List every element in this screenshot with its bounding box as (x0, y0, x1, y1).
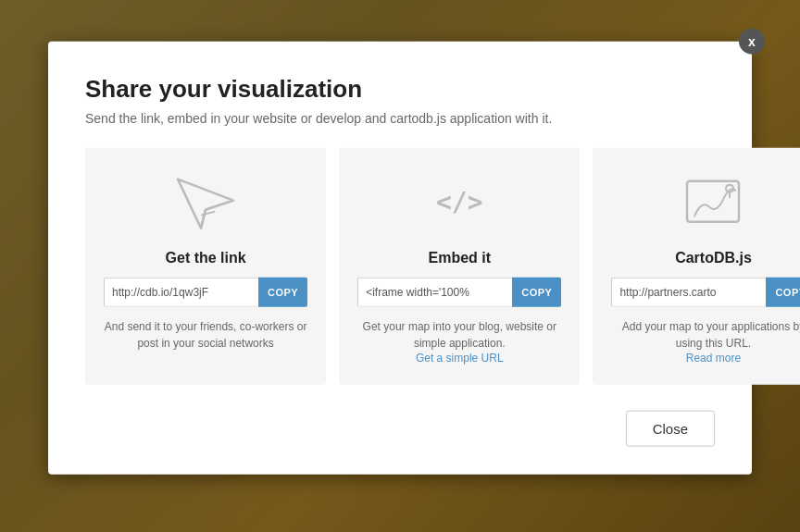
modal-footer: Close (85, 410, 715, 446)
cartodb-description: Add your map to your applications by usi… (611, 317, 800, 351)
modal-subtitle: Send the link, embed in your website or … (85, 110, 715, 125)
paper-plane-icon (169, 169, 243, 234)
modal-title: Share your visualization (85, 74, 715, 103)
modal-x-close-button[interactable]: x (739, 28, 765, 54)
get-link-copy-button[interactable]: COPY (258, 277, 307, 306)
svg-line-1 (206, 200, 233, 209)
embed-copy-button[interactable]: COPY (512, 277, 561, 306)
get-link-input-row: COPY (104, 277, 307, 306)
svg-line-3 (201, 211, 215, 215)
embed-input[interactable] (357, 277, 512, 306)
embed-input-row: COPY (357, 277, 561, 306)
svg-line-2 (201, 209, 206, 228)
share-modal: x Share your visualization Send the link… (48, 41, 752, 474)
get-link-input[interactable] (104, 277, 258, 306)
embed-card: </> Embed it COPY Get your map into your… (339, 147, 580, 384)
cards-container: Get the link COPY And send it to your fr… (85, 147, 715, 384)
get-link-title: Get the link (166, 249, 246, 266)
map-icon (676, 169, 750, 234)
embed-title: Embed it (429, 249, 492, 266)
cartodb-title: CartoDB.js (675, 249, 752, 266)
get-simple-url-link[interactable]: Get a simple URL (416, 351, 504, 364)
close-button[interactable]: Close (626, 410, 715, 446)
embed-description: Get your map into your blog, website or … (357, 317, 561, 351)
cartodb-input[interactable] (611, 277, 766, 306)
get-link-description: And send it to your friends, co-workers … (104, 317, 307, 351)
get-link-card: Get the link COPY And send it to your fr… (85, 147, 326, 384)
cartodb-card: CartoDB.js COPY Add your map to your app… (593, 147, 800, 384)
cartodb-input-row: COPY (611, 277, 800, 306)
cartodb-copy-button[interactable]: COPY (766, 277, 800, 306)
embed-code-icon: </> (422, 169, 496, 234)
read-more-link[interactable]: Read more (686, 351, 741, 364)
